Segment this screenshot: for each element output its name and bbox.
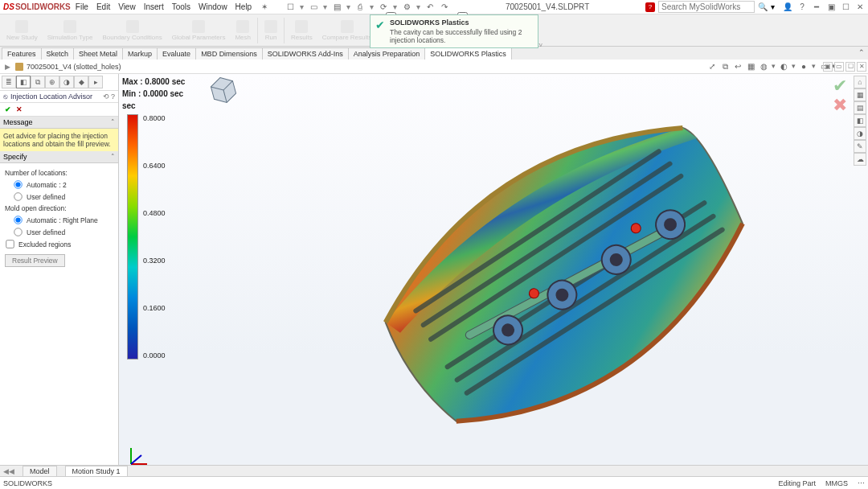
tab-analysis-prep[interactable]: Analysis Preparation (348, 47, 426, 60)
bottom-tab-motion[interactable]: Motion Study 1 (65, 466, 128, 477)
section-icon[interactable]: ▦ (746, 62, 755, 72)
pm-cancel-button[interactable]: ✕ (16, 105, 23, 113)
breadcrumb-root[interactable]: 70025001_V4 (slotted_holes) (27, 63, 121, 71)
pm-confirm-row: ✔ ✕ (0, 103, 118, 117)
mold-auto-radio[interactable]: Automatic : Right Plane (13, 215, 113, 225)
orientation-cube-icon[interactable] (204, 74, 244, 109)
viewport-cancel-icon[interactable]: ✖ (833, 95, 847, 116)
pm-message-header[interactable]: Message˄ (0, 117, 118, 129)
tick-5: 0.0000 (143, 351, 166, 360)
fm-tab-dimxpert[interactable]: ⊕ (45, 76, 59, 88)
color-bar: 0.8000 0.6400 0.4800 0.3200 0.1600 0.000… (127, 114, 166, 360)
status-units[interactable]: MMGS (825, 479, 848, 487)
close-icon[interactable]: ✕ (855, 2, 865, 12)
taskpane-home-icon[interactable]: ⌂ (854, 76, 866, 88)
bottom-tab-model[interactable]: Model (23, 466, 57, 477)
mdi-max-icon[interactable]: ☐ (845, 62, 855, 72)
appearance-icon[interactable]: ● (799, 62, 809, 72)
menu-pin-icon[interactable]: ✶ (260, 2, 269, 12)
pm-title-text: Injection Location Advisor (10, 92, 92, 101)
mdi-collapse-icon[interactable]: ▣ (823, 62, 833, 72)
search-input[interactable] (658, 1, 755, 13)
print-icon[interactable]: ⎙ (355, 2, 365, 12)
pm-specify-header[interactable]: Specify˄ (0, 151, 118, 163)
rebuild-icon[interactable]: ⟳ (379, 2, 388, 12)
tab-plastics[interactable]: SOLIDWORKS Plastics (424, 47, 512, 60)
ribbon-mesh[interactable]: Mesh (231, 20, 254, 41)
pm-help-icon[interactable]: ? (111, 92, 115, 101)
maximize-icon[interactable]: ☐ (841, 2, 850, 12)
menu-view[interactable]: View (118, 2, 136, 12)
help-icon[interactable]: ? (797, 2, 807, 12)
mdi-min-icon[interactable]: ▭ (834, 62, 844, 72)
mdi-close-icon[interactable]: ✕ (857, 62, 866, 72)
ribbon-global[interactable]: Global Parameters (169, 20, 229, 41)
save-icon[interactable]: ▤ (332, 2, 342, 12)
notification-body: The cavity can be successfully filled us… (390, 28, 533, 44)
graphics-viewport[interactable]: Max : 0.8000 sec Min : 0.0000 sec sec 0.… (119, 74, 868, 476)
login-icon[interactable]: 👤 (783, 2, 792, 12)
tab-sheetmetal[interactable]: Sheet Metal (73, 47, 123, 60)
ribbon-bc[interactable]: Boundary Conditions (99, 20, 165, 41)
num-user-radio[interactable]: User defined (13, 191, 113, 202)
menu-file[interactable]: File (76, 2, 88, 12)
redo-icon[interactable]: ↷ (440, 2, 449, 12)
tab-sketch[interactable]: Sketch (41, 47, 75, 60)
num-auto-radio[interactable]: Automatic : 2 (13, 179, 113, 190)
status-more-icon[interactable]: ⋯ (858, 479, 865, 487)
fm-tab-more[interactable]: ▸ (88, 76, 103, 88)
tree-expand-icon[interactable]: ▶ (5, 63, 10, 71)
pm-pin-icon[interactable]: ⟲ (103, 92, 109, 101)
taskpane-custom-icon[interactable]: ✎ (854, 140, 866, 153)
fm-tab-config[interactable]: ⧉ (31, 76, 45, 88)
options-icon[interactable]: ⚙ (402, 2, 411, 12)
document-title: 70025001_V4.SLDPRT (449, 2, 645, 11)
restore-icon[interactable]: ▣ (826, 2, 836, 12)
menu-window[interactable]: Window (199, 2, 227, 12)
tab-addins[interactable]: SOLIDWORKS Add-Ins (262, 47, 349, 60)
taskpane-palette-icon[interactable]: ◧ (854, 114, 866, 127)
ribbon-compare[interactable]: Compare Results (319, 20, 375, 41)
bottom-scroll-left[interactable]: ◀◀ (3, 467, 14, 475)
prev-view-icon[interactable]: ↩ (733, 62, 743, 72)
menu-help[interactable]: Help (235, 2, 252, 12)
excluded-regions-check[interactable]: Excluded regions (5, 239, 113, 249)
task-pane-tabs: ⌂ ▦ ▤ ◧ ◑ ✎ ☁ (854, 76, 866, 166)
taskpane-library-icon[interactable]: ▤ (854, 101, 866, 114)
fm-tab-feature[interactable]: ≣ (2, 76, 16, 88)
mold-user-radio[interactable]: User defined (13, 227, 113, 237)
view-toolbar: ⤢ ⧉ ↩ ▦ ◍▾ ◐▾ ●▾ ▭▾ (707, 62, 836, 72)
taskpane-forum-icon[interactable]: ☁ (854, 153, 866, 166)
ribbon-run[interactable]: Run (261, 20, 280, 41)
display-style-icon[interactable]: ◍ (759, 62, 768, 72)
hide-show-icon[interactable]: ◐ (779, 62, 788, 72)
result-preview-button[interactable]: Result Preview (5, 254, 65, 267)
fm-tab-display[interactable]: ◑ (59, 76, 74, 88)
menu-edit[interactable]: Edit (96, 2, 110, 12)
property-manager: ≣ ◧ ⧉ ⊕ ◑ ◆ ▸ ⎋ Injection Location Advis… (0, 74, 119, 476)
tab-features[interactable]: Features (2, 47, 42, 60)
ribbon-collapse-icon[interactable]: ⌃ (858, 48, 865, 56)
ribbon-results[interactable]: Results (288, 20, 316, 41)
tab-markup[interactable]: Markup (122, 47, 158, 60)
search-icon[interactable]: 🔍 (758, 2, 768, 12)
fm-tab-property[interactable]: ◧ (16, 76, 31, 88)
zoom-fit-icon[interactable]: ⤢ (707, 62, 717, 72)
mold-dir-label: Mold open direction: (5, 204, 113, 212)
menu-insert[interactable]: Insert (144, 2, 164, 12)
menu-tools[interactable]: Tools (172, 2, 190, 12)
tab-mbd[interactable]: MBD Dimensions (195, 47, 263, 60)
zoom-area-icon[interactable]: ⧉ (720, 62, 730, 72)
undo-icon[interactable]: ↶ (425, 2, 435, 12)
new-icon[interactable]: ☐ (285, 2, 295, 12)
open-icon[interactable]: ▭ (309, 2, 318, 12)
viewport-ok-icon[interactable]: ✔ (833, 76, 847, 97)
ribbon-sim-type[interactable]: Simulation Type (44, 20, 96, 41)
pm-ok-button[interactable]: ✔ (5, 105, 11, 113)
ribbon-new-study[interactable]: New Study (3, 20, 41, 41)
minimize-icon[interactable]: ━ (812, 2, 821, 12)
tab-evaluate[interactable]: Evaluate (157, 47, 196, 60)
fm-tab-plastics[interactable]: ◆ (74, 76, 88, 88)
taskpane-resources-icon[interactable]: ▦ (854, 88, 866, 101)
taskpane-appearances-icon[interactable]: ◑ (854, 127, 866, 140)
